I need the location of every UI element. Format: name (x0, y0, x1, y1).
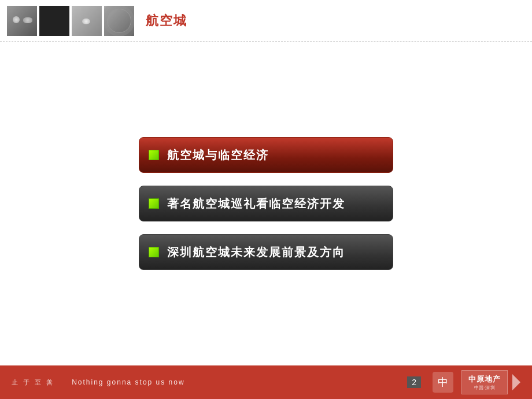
main-content: 航空城与临空经济 著名航空城巡礼看临空经济开发 深圳航空城未来发展前景及方向 (0, 42, 532, 365)
page-title: 航空城 (146, 12, 187, 29)
footer-logo-box: 中原地产 中国·深圳 (461, 370, 508, 394)
footer-logo-area: 中 中原地产 中国·深圳 (433, 370, 520, 394)
footer-arrow-icon (512, 374, 520, 390)
header-image-2 (39, 6, 69, 36)
menu-icon-2 (149, 198, 159, 209)
header-image-3 (72, 6, 102, 36)
header-image-1 (7, 6, 37, 36)
footer-logo-sub: 中国·深圳 (474, 385, 496, 391)
footer-logo-cn: 中原地产 (468, 374, 501, 385)
menu-icon-1 (149, 150, 159, 160)
menu-label-3: 深圳航空城未来发展前景及方向 (167, 245, 345, 260)
header-image-4 (104, 6, 134, 36)
menu-item-3[interactable]: 深圳航空城未来发展前景及方向 (139, 234, 393, 270)
footer-motto: 止 于 至 善 (12, 378, 54, 387)
footer-slogan: Nothing gonna stop us now (72, 378, 407, 386)
header-images (7, 6, 134, 36)
menu-item-1[interactable]: 航空城与临空经济 (139, 137, 393, 173)
menu-container: 航空城与临空经济 著名航空城巡礼看临空经济开发 深圳航空城未来发展前景及方向 (139, 137, 393, 270)
menu-icon-3 (149, 247, 159, 257)
menu-label-2: 著名航空城巡礼看临空经济开发 (167, 196, 345, 212)
footer-logo-icon: 中 (433, 372, 453, 393)
svg-text:中: 中 (438, 376, 448, 388)
header: 航空城 (0, 0, 532, 42)
menu-item-2[interactable]: 著名航空城巡礼看临空经济开发 (139, 186, 393, 221)
footer-page-number: 2 (407, 376, 421, 388)
menu-label-1: 航空城与临空经济 (167, 147, 269, 163)
footer: 止 于 至 善 Nothing gonna stop us now 2 中 中原… (0, 365, 532, 399)
